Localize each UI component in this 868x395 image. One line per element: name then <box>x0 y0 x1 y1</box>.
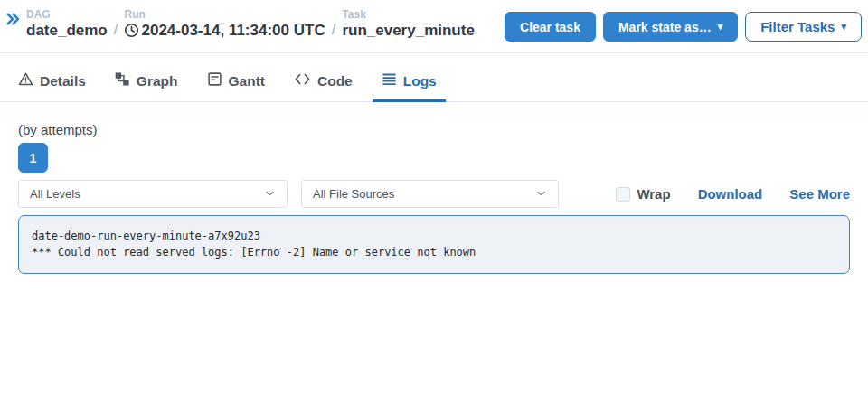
tab-gantt[interactable]: Gantt <box>198 53 274 102</box>
mark-state-as-button[interactable]: Mark state as… ▾ <box>603 12 738 42</box>
clock-icon <box>124 23 139 38</box>
attempt-1-button[interactable]: 1 <box>18 143 48 173</box>
header-actions: Clear task Mark state as… ▾ Filter Tasks… <box>505 12 862 42</box>
log-line: date-demo-run-every-minute-a7x92u23 <box>32 228 836 244</box>
download-link[interactable]: Download <box>698 186 763 202</box>
log-actions: Wrap Download See More <box>616 186 850 202</box>
double-chevron-right-icon[interactable] <box>5 11 21 27</box>
breadcrumb-run[interactable]: Run 2024-03-14, 11:34:00 UTC <box>124 8 325 40</box>
see-more-link[interactable]: See More <box>789 186 850 202</box>
run-value-row[interactable]: 2024-03-14, 11:34:00 UTC <box>124 21 325 40</box>
task-label: Task <box>342 8 474 21</box>
code-brackets-icon <box>294 71 311 90</box>
clear-task-button[interactable]: Clear task <box>505 12 596 42</box>
dag-label: DAG <box>26 8 108 21</box>
wrap-toggle[interactable]: Wrap <box>616 186 670 202</box>
caret-down-icon: ▾ <box>841 22 846 32</box>
wrap-label: Wrap <box>637 186 670 202</box>
breadcrumb-dag[interactable]: DAG date_demo <box>26 8 108 40</box>
chevron-down-icon <box>264 188 276 200</box>
run-value: 2024-03-14, 11:34:00 UTC <box>141 21 325 40</box>
caret-down-icon: ▾ <box>718 22 723 32</box>
log-filter-row: All Levels All File Sources Wrap Downloa… <box>18 180 850 208</box>
breadcrumb: DAG date_demo / Run 2024-03-14, 11:34:00… <box>26 8 475 40</box>
log-lines-icon <box>382 71 397 90</box>
run-label: Run <box>124 8 325 21</box>
file-source-select[interactable]: All File Sources <box>301 180 559 208</box>
chevron-down-icon <box>535 188 547 200</box>
warning-triangle-icon <box>18 71 33 90</box>
tab-graph[interactable]: Graph <box>106 53 187 102</box>
dag-value[interactable]: date_demo <box>26 21 108 40</box>
breadcrumb-task[interactable]: Task run_every_minute <box>342 8 474 40</box>
breadcrumb-separator: / <box>108 20 125 40</box>
log-level-select[interactable]: All Levels <box>18 180 288 208</box>
tab-logs[interactable]: Logs <box>373 53 446 102</box>
task-value[interactable]: run_every_minute <box>342 21 474 40</box>
gantt-chart-icon <box>207 71 222 90</box>
header: DAG date_demo / Run 2024-03-14, 11:34:00… <box>0 0 868 52</box>
tab-bar: Details Graph Gantt <box>0 53 868 102</box>
filter-tasks-button[interactable]: Filter Tasks ▾ <box>745 12 862 42</box>
by-attempts-caption: (by attempts) <box>18 122 850 137</box>
graph-nodes-icon <box>115 71 130 90</box>
log-output-box[interactable]: date-demo-run-every-minute-a7x92u23 *** … <box>18 215 850 274</box>
breadcrumb-separator: / <box>326 20 343 40</box>
tab-code[interactable]: Code <box>285 53 362 102</box>
tab-details[interactable]: Details <box>9 53 95 102</box>
wrap-checkbox[interactable] <box>616 187 630 202</box>
log-line: *** Could not read served logs: [Errno -… <box>32 244 836 260</box>
